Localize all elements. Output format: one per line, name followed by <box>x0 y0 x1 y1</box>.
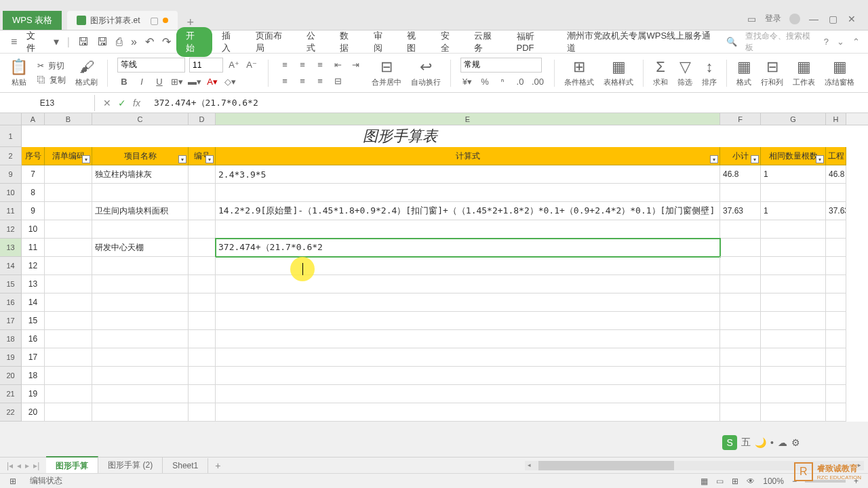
minimize-button[interactable]: — <box>808 14 819 24</box>
cell-qty[interactable] <box>761 257 826 275</box>
number-format-select[interactable] <box>460 58 542 73</box>
cell-listcode[interactable] <box>45 257 92 275</box>
cell-code[interactable] <box>189 312 216 330</box>
cell-qty[interactable] <box>761 403 826 422</box>
row-header[interactable]: 12 <box>0 220 22 239</box>
cell-name[interactable] <box>92 257 189 275</box>
col-header-E[interactable]: E <box>216 113 720 125</box>
cell-listcode[interactable] <box>45 275 92 293</box>
row-header[interactable]: 17 <box>0 312 22 330</box>
cell-listcode[interactable] <box>45 165 92 184</box>
hdr-subtotal[interactable]: 小计▾ <box>720 147 761 165</box>
cell-seq[interactable]: 14 <box>22 293 45 312</box>
sheet-title[interactable]: 图形手算表 <box>22 125 778 147</box>
hdr-list-code[interactable]: 清单编码▾ <box>45 147 92 165</box>
cell-seq[interactable]: 15 <box>22 312 45 330</box>
comma-icon[interactable]: ⁿ <box>496 75 509 89</box>
cell-seq[interactable]: 18 <box>22 367 45 385</box>
format-button[interactable]: ▦格式 <box>736 58 751 87</box>
cell-name[interactable] <box>92 275 189 293</box>
cell-seq[interactable]: 13 <box>22 275 45 293</box>
cell-listcode[interactable] <box>45 348 92 367</box>
cell-seq[interactable]: 20 <box>22 403 45 422</box>
cell-calc[interactable] <box>216 275 720 293</box>
cell-subtotal[interactable] <box>720 220 761 239</box>
search-hint[interactable]: 查找命令、搜索模板 <box>745 30 816 54</box>
sheet-nav-last-icon[interactable]: ▸| <box>33 461 39 470</box>
cell-qty[interactable] <box>761 275 826 293</box>
avatar-icon[interactable] <box>789 14 800 24</box>
col-header-C[interactable]: C <box>92 113 189 125</box>
cell-eng[interactable]: 46.8 <box>826 165 846 184</box>
merge-center-button[interactable]: ⊟ 合并居中 <box>372 58 401 87</box>
hdr-calc[interactable]: 计算式▾ <box>216 147 720 165</box>
file-menu[interactable]: 文件 <box>22 27 47 57</box>
view-page-icon[interactable]: ▭ <box>716 476 724 486</box>
row-header[interactable]: 18 <box>0 330 22 348</box>
cell-subtotal[interactable] <box>720 385 761 403</box>
cell-eng[interactable] <box>826 293 846 312</box>
tab-gov-channel[interactable]: 潮州市党政机关专属WPS线上服务通道 <box>560 27 723 57</box>
cell-calc[interactable]: 14.2*2.9[原始量]-（1.45*1.8+0.9*2.4）[扣门窗]+（（… <box>216 202 720 220</box>
login-label[interactable]: 登录 <box>765 13 781 24</box>
cell-name[interactable] <box>92 220 189 239</box>
maximize-button[interactable]: ▢ <box>827 14 838 24</box>
cell-subtotal[interactable] <box>720 275 761 293</box>
cell-subtotal[interactable] <box>720 239 761 257</box>
cancel-edit-icon[interactable]: ✕ <box>103 98 111 108</box>
name-box[interactable]: E13 <box>0 95 95 111</box>
cell-eng[interactable] <box>826 367 846 385</box>
row-header[interactable]: 14 <box>0 257 22 275</box>
eye-icon[interactable]: 👁 <box>747 476 755 486</box>
cell-subtotal[interactable] <box>720 257 761 275</box>
font-color-button[interactable]: A▾ <box>205 75 219 89</box>
cell-subtotal[interactable] <box>720 348 761 367</box>
tab-cloud[interactable]: 云服务 <box>467 27 507 57</box>
cell-seq[interactable]: 12 <box>22 257 45 275</box>
cell-seq[interactable]: 7 <box>22 165 45 184</box>
scroll-thumb[interactable] <box>538 461 674 470</box>
hdr-code[interactable]: 编号▾ <box>189 147 216 165</box>
fx-icon[interactable]: fx <box>133 98 140 108</box>
more-icon[interactable]: » <box>128 33 140 51</box>
cell-listcode[interactable] <box>45 403 92 422</box>
sheet-tab-2[interactable]: 图形手算 (2) <box>98 457 163 474</box>
cell-code[interactable] <box>189 257 216 275</box>
col-header-D[interactable]: D <box>189 113 216 125</box>
cell-name[interactable] <box>92 184 189 202</box>
hdr-same-qty[interactable]: 相同数量根数▾ <box>761 147 826 165</box>
row-header[interactable]: 2 <box>0 147 22 165</box>
cut-label[interactable]: 剪切 <box>48 60 64 72</box>
cell-qty[interactable] <box>761 312 826 330</box>
tab-foxit-pdf[interactable]: 福昕PDF <box>510 28 558 56</box>
tab-security[interactable]: 安全 <box>434 27 465 57</box>
tab-review[interactable]: 审阅 <box>367 27 397 57</box>
row-header[interactable]: 21 <box>0 385 22 403</box>
formula-input[interactable]: 372.474+（21.7*0.6*2 <box>149 97 868 109</box>
cell-eng[interactable] <box>826 220 846 239</box>
align-right-icon[interactable]: ≡ <box>313 75 327 88</box>
filter-icon[interactable]: ▾ <box>205 155 214 163</box>
row-header[interactable]: 13 <box>0 239 22 257</box>
undo-icon[interactable]: ↶ <box>142 33 157 51</box>
cell-calc[interactable] <box>216 403 720 422</box>
font-select[interactable] <box>117 58 185 73</box>
cell-qty[interactable] <box>761 385 826 403</box>
cell-code[interactable] <box>189 403 216 422</box>
cell-subtotal[interactable] <box>720 403 761 422</box>
cell-listcode[interactable] <box>45 367 92 385</box>
percent-icon[interactable]: % <box>478 75 492 89</box>
row-header[interactable]: 9 <box>0 165 22 184</box>
freeze-button[interactable]: ▦冻结窗格 <box>825 58 854 87</box>
cell-qty[interactable] <box>761 239 826 257</box>
cell-name[interactable] <box>92 348 189 367</box>
cell-eng[interactable] <box>826 275 846 293</box>
cell-seq[interactable]: 17 <box>22 348 45 367</box>
cell-calc[interactable] <box>216 220 720 239</box>
cell-code[interactable] <box>189 165 216 184</box>
cell-subtotal[interactable] <box>720 184 761 202</box>
cell-subtotal[interactable] <box>720 293 761 312</box>
row-header[interactable]: 15 <box>0 275 22 293</box>
cell-seq[interactable]: 9 <box>22 202 45 220</box>
cell-name[interactable] <box>92 330 189 348</box>
